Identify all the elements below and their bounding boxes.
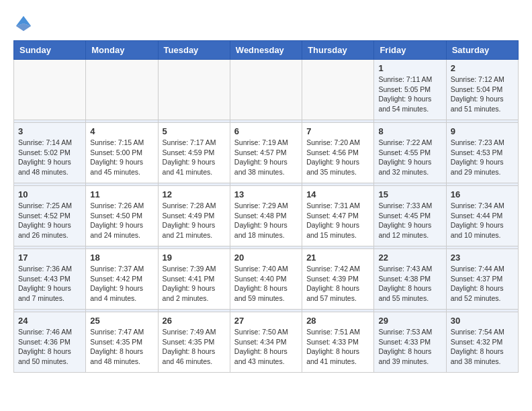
calendar-week-row: 3Sunrise: 7:14 AM Sunset: 5:02 PM Daylig…: [14, 123, 519, 183]
day-number: 14: [306, 189, 369, 199]
page-header: [13, 13, 519, 34]
day-number: 23: [451, 253, 514, 263]
calendar-day: 9Sunrise: 7:23 AM Sunset: 4:53 PM Daylig…: [446, 123, 518, 183]
day-number: 30: [451, 316, 514, 326]
calendar-day: 17Sunrise: 7:36 AM Sunset: 4:43 PM Dayli…: [14, 249, 86, 310]
calendar-day: 4Sunrise: 7:15 AM Sunset: 5:00 PM Daylig…: [86, 123, 158, 183]
day-number: 3: [18, 126, 81, 136]
calendar-day: 3Sunrise: 7:14 AM Sunset: 5:02 PM Daylig…: [14, 123, 86, 183]
calendar-day: 19Sunrise: 7:39 AM Sunset: 4:41 PM Dayli…: [158, 249, 230, 310]
day-info: Sunrise: 7:14 AM Sunset: 5:02 PM Dayligh…: [18, 138, 81, 177]
calendar-day: 2Sunrise: 7:12 AM Sunset: 5:04 PM Daylig…: [446, 60, 518, 120]
day-header-wednesday: Wednesday: [230, 41, 302, 60]
calendar-day: 28Sunrise: 7:51 AM Sunset: 4:33 PM Dayli…: [302, 312, 374, 373]
day-number: 21: [306, 253, 369, 263]
day-header-monday: Monday: [86, 41, 158, 60]
day-number: 18: [90, 253, 153, 263]
day-number: 4: [90, 126, 153, 136]
day-info: Sunrise: 7:22 AM Sunset: 4:55 PM Dayligh…: [378, 138, 441, 177]
calendar-week-row: 10Sunrise: 7:25 AM Sunset: 4:52 PM Dayli…: [14, 186, 519, 246]
day-info: Sunrise: 7:54 AM Sunset: 4:32 PM Dayligh…: [451, 327, 514, 367]
day-number: 5: [163, 126, 226, 136]
day-info: Sunrise: 7:49 AM Sunset: 4:35 PM Dayligh…: [163, 327, 226, 367]
calendar-day: 8Sunrise: 7:22 AM Sunset: 4:55 PM Daylig…: [374, 123, 446, 183]
day-header-sunday: Sunday: [14, 41, 86, 60]
day-header-tuesday: Tuesday: [158, 41, 230, 60]
day-info: Sunrise: 7:19 AM Sunset: 4:57 PM Dayligh…: [234, 138, 298, 177]
day-info: Sunrise: 7:12 AM Sunset: 5:04 PM Dayligh…: [451, 75, 514, 114]
calendar-day: [230, 60, 302, 120]
calendar-day: 5Sunrise: 7:17 AM Sunset: 4:59 PM Daylig…: [158, 123, 230, 183]
calendar-day: 12Sunrise: 7:28 AM Sunset: 4:49 PM Dayli…: [158, 186, 230, 246]
day-info: Sunrise: 7:51 AM Sunset: 4:33 PM Dayligh…: [306, 327, 369, 367]
day-info: Sunrise: 7:31 AM Sunset: 4:47 PM Dayligh…: [306, 201, 369, 240]
calendar-day: [14, 60, 86, 120]
day-number: 11: [90, 189, 153, 199]
day-info: Sunrise: 7:40 AM Sunset: 4:40 PM Dayligh…: [234, 264, 298, 304]
day-number: 8: [378, 126, 441, 136]
calendar-day: 29Sunrise: 7:53 AM Sunset: 4:33 PM Dayli…: [374, 312, 446, 373]
day-info: Sunrise: 7:44 AM Sunset: 4:37 PM Dayligh…: [451, 264, 514, 304]
calendar-week-row: 17Sunrise: 7:36 AM Sunset: 4:43 PM Dayli…: [14, 249, 519, 310]
calendar-table: SundayMondayTuesdayWednesdayThursdayFrid…: [13, 40, 519, 373]
day-number: 12: [163, 189, 226, 199]
calendar-day: [302, 60, 374, 120]
calendar-day: 23Sunrise: 7:44 AM Sunset: 4:37 PM Dayli…: [446, 249, 518, 310]
day-info: Sunrise: 7:33 AM Sunset: 4:45 PM Dayligh…: [378, 201, 441, 240]
day-number: 16: [451, 189, 514, 199]
day-info: Sunrise: 7:26 AM Sunset: 4:50 PM Dayligh…: [90, 201, 153, 240]
calendar-day: 20Sunrise: 7:40 AM Sunset: 4:40 PM Dayli…: [230, 249, 302, 310]
day-number: 27: [234, 316, 298, 326]
day-number: 25: [90, 316, 153, 326]
day-info: Sunrise: 7:37 AM Sunset: 4:42 PM Dayligh…: [90, 264, 153, 304]
logo: [13, 13, 36, 34]
calendar-day: [158, 60, 230, 120]
day-number: 22: [378, 253, 441, 263]
day-number: 29: [378, 316, 441, 326]
logo-icon: [13, 13, 34, 34]
day-header-friday: Friday: [374, 41, 446, 60]
calendar-day: 22Sunrise: 7:43 AM Sunset: 4:38 PM Dayli…: [374, 249, 446, 310]
calendar-day: 21Sunrise: 7:42 AM Sunset: 4:39 PM Dayli…: [302, 249, 374, 310]
calendar-header-row: SundayMondayTuesdayWednesdayThursdayFrid…: [14, 41, 519, 60]
calendar-day: 30Sunrise: 7:54 AM Sunset: 4:32 PM Dayli…: [446, 312, 518, 373]
calendar-day: 7Sunrise: 7:20 AM Sunset: 4:56 PM Daylig…: [302, 123, 374, 183]
day-number: 1: [378, 63, 441, 73]
calendar-day: 27Sunrise: 7:50 AM Sunset: 4:34 PM Dayli…: [230, 312, 302, 373]
day-number: 13: [234, 189, 298, 199]
calendar-day: 11Sunrise: 7:26 AM Sunset: 4:50 PM Dayli…: [86, 186, 158, 246]
calendar-day: 14Sunrise: 7:31 AM Sunset: 4:47 PM Dayli…: [302, 186, 374, 246]
day-info: Sunrise: 7:36 AM Sunset: 4:43 PM Dayligh…: [18, 264, 81, 304]
day-info: Sunrise: 7:28 AM Sunset: 4:49 PM Dayligh…: [163, 201, 226, 240]
day-info: Sunrise: 7:15 AM Sunset: 5:00 PM Dayligh…: [90, 138, 153, 177]
day-info: Sunrise: 7:42 AM Sunset: 4:39 PM Dayligh…: [306, 264, 369, 304]
day-info: Sunrise: 7:25 AM Sunset: 4:52 PM Dayligh…: [18, 201, 81, 240]
day-number: 20: [234, 253, 298, 263]
calendar-day: 25Sunrise: 7:47 AM Sunset: 4:35 PM Dayli…: [86, 312, 158, 373]
day-info: Sunrise: 7:29 AM Sunset: 4:48 PM Dayligh…: [234, 201, 298, 240]
day-info: Sunrise: 7:23 AM Sunset: 4:53 PM Dayligh…: [451, 138, 514, 177]
day-info: Sunrise: 7:46 AM Sunset: 4:36 PM Dayligh…: [18, 327, 81, 367]
calendar-week-row: 24Sunrise: 7:46 AM Sunset: 4:36 PM Dayli…: [14, 312, 519, 373]
calendar-day: 18Sunrise: 7:37 AM Sunset: 4:42 PM Dayli…: [86, 249, 158, 310]
day-number: 7: [306, 126, 369, 136]
day-info: Sunrise: 7:39 AM Sunset: 4:41 PM Dayligh…: [163, 264, 226, 304]
day-info: Sunrise: 7:50 AM Sunset: 4:34 PM Dayligh…: [234, 327, 298, 367]
day-header-saturday: Saturday: [446, 41, 518, 60]
calendar-day: 13Sunrise: 7:29 AM Sunset: 4:48 PM Dayli…: [230, 186, 302, 246]
day-number: 9: [451, 126, 514, 136]
calendar-day: 26Sunrise: 7:49 AM Sunset: 4:35 PM Dayli…: [158, 312, 230, 373]
day-number: 10: [18, 189, 81, 199]
day-number: 26: [163, 316, 226, 326]
calendar-day: [86, 60, 158, 120]
day-header-thursday: Thursday: [302, 41, 374, 60]
day-info: Sunrise: 7:11 AM Sunset: 5:05 PM Dayligh…: [378, 75, 441, 114]
day-info: Sunrise: 7:43 AM Sunset: 4:38 PM Dayligh…: [378, 264, 441, 304]
day-number: 24: [18, 316, 81, 326]
calendar-day: 1Sunrise: 7:11 AM Sunset: 5:05 PM Daylig…: [374, 60, 446, 120]
day-info: Sunrise: 7:47 AM Sunset: 4:35 PM Dayligh…: [90, 327, 153, 367]
calendar-week-row: 1Sunrise: 7:11 AM Sunset: 5:05 PM Daylig…: [14, 60, 519, 120]
day-number: 15: [378, 189, 441, 199]
day-number: 2: [451, 63, 514, 73]
day-number: 6: [234, 126, 298, 136]
